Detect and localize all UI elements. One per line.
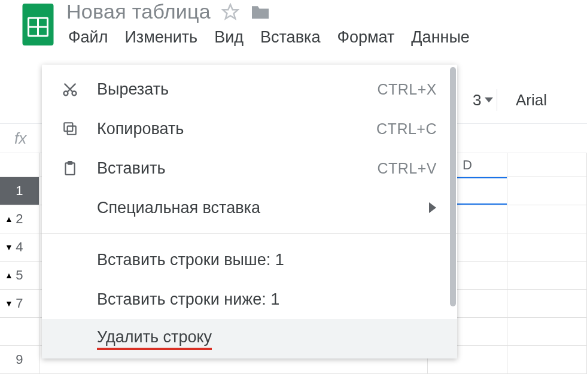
chevron-down-icon [485, 96, 493, 104]
row-header-2[interactable]: ▲2 [0, 205, 39, 233]
fx-label: fx [14, 129, 26, 148]
menu-item-label: Копировать [97, 120, 376, 138]
menu-item-label: Специальная вставка [97, 199, 428, 217]
star-icon[interactable] [221, 3, 239, 21]
menu-file[interactable]: Файл [68, 28, 108, 47]
copy-icon [59, 121, 81, 136]
row-header-blank[interactable] [0, 318, 39, 345]
cell[interactable] [507, 177, 587, 205]
svg-rect-7 [68, 126, 76, 135]
collapse-down-icon[interactable]: ▼ [5, 299, 13, 308]
menu-item-label: Удалить строку [97, 328, 437, 350]
cell[interactable] [507, 318, 587, 345]
menu-insert[interactable]: Вставка [260, 28, 320, 47]
sheets-logo [22, 4, 54, 45]
collapse-down-icon[interactable]: ▼ [5, 242, 13, 252]
menu-item-label: Вставить строки ниже: 1 [97, 290, 437, 309]
menu-edit[interactable]: Изменить [124, 28, 197, 47]
submenu-arrow-icon [428, 202, 437, 213]
cell[interactable] [507, 233, 587, 261]
svg-rect-8 [64, 123, 72, 131]
context-menu: Вырезать CTRL+X Копировать CTRL+C Встави… [42, 65, 457, 358]
menu-item-label: Вставить строки выше: 1 [97, 251, 437, 269]
cell[interactable] [507, 290, 587, 317]
menu-item-paste-special[interactable]: Специальная вставка [42, 188, 457, 227]
toolbar-unknown-dropdown[interactable]: 3 [473, 91, 493, 110]
menu-item-shortcut: CTRL+V [377, 160, 437, 177]
row-header-5[interactable]: ▲5 [0, 262, 39, 289]
menu-item-insert-rows-above[interactable]: Вставить строки выше: 1 [42, 240, 457, 279]
menu-item-paste[interactable]: Вставить CTRL+V [42, 148, 457, 188]
menu-scrollbar[interactable] [449, 67, 457, 306]
menu-item-copy[interactable]: Копировать CTRL+C [42, 109, 457, 148]
cell[interactable] [507, 346, 587, 373]
column-header-e[interactable] [507, 153, 587, 177]
row-header-1[interactable]: 1 [0, 177, 39, 205]
menu-view[interactable]: Вид [214, 28, 244, 47]
menu-item-label: Вырезать [97, 80, 377, 99]
document-title[interactable]: Новая таблица [66, 0, 211, 23]
menu-item-label: Вставить [97, 159, 377, 178]
row-header-4[interactable]: ▼4 [0, 233, 39, 261]
svg-marker-4 [223, 4, 238, 19]
paste-icon [59, 160, 81, 177]
row-header-9[interactable]: 9 [0, 346, 39, 373]
font-family-selector[interactable]: Arial [516, 91, 547, 110]
collapse-up-icon[interactable]: ▲ [5, 271, 13, 280]
menubar: Файл Изменить Вид Вставка Формат Данные [66, 28, 587, 47]
menu-item-shortcut: CTRL+C [376, 120, 437, 138]
menu-item-insert-rows-below[interactable]: Вставить строки ниже: 1 [42, 279, 457, 319]
row-header-7[interactable]: ▼7 [0, 290, 39, 317]
menu-item-delete-row[interactable]: Удалить строку [42, 319, 457, 358]
folder-icon[interactable] [250, 4, 270, 20]
menu-format[interactable]: Формат [337, 28, 394, 47]
menu-separator [42, 233, 457, 234]
menu-item-shortcut: CTRL+X [377, 81, 437, 98]
select-all-corner[interactable] [0, 153, 39, 177]
cell[interactable] [507, 205, 587, 233]
cut-icon [59, 81, 81, 98]
menu-data[interactable]: Данные [411, 28, 470, 47]
svg-point-5 [64, 92, 68, 96]
collapse-up-icon[interactable]: ▲ [5, 214, 13, 224]
cell[interactable] [507, 262, 587, 289]
svg-point-6 [72, 92, 77, 96]
svg-rect-10 [68, 162, 72, 164]
menu-item-cut[interactable]: Вырезать CTRL+X [42, 69, 457, 109]
